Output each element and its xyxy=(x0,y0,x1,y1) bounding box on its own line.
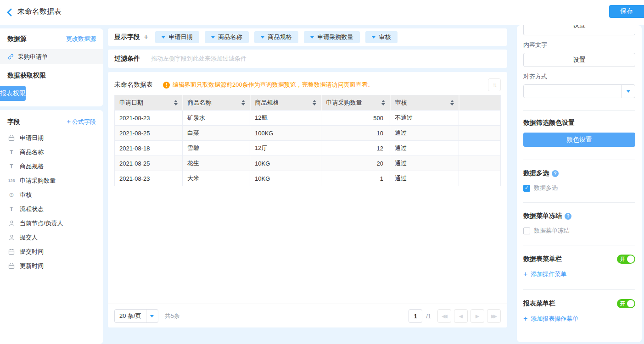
add-report-action-menu-link[interactable]: + 添加报表操作菜单 xyxy=(523,315,635,323)
calendar-icon xyxy=(7,263,16,269)
preview-table: 申请日期商品名称商品规格申请采购数量审核 2021-08-23矿泉水12瓶500… xyxy=(114,95,501,186)
color-setting-button[interactable]: 颜色设置 xyxy=(523,133,635,147)
filter-label: 过滤条件 xyxy=(114,55,140,63)
content-text-setting-button[interactable]: 设置 xyxy=(523,53,635,67)
table-cell: 10KG xyxy=(250,156,321,171)
next-page-button[interactable]: ▶ xyxy=(470,309,484,323)
first-page-button[interactable]: ◀◀ xyxy=(437,309,451,323)
column-header: 申请日期 xyxy=(115,95,183,111)
fields-panel: 字段 +公式字段 申请日期T商品名称T商品规格123申请采购数量⊙审核T流程状态… xyxy=(0,110,103,344)
fields-list: 申请日期T商品名称T商品规格123申请采购数量⊙审核T流程状态当前节点/负责人提… xyxy=(7,131,96,273)
preview-warning: ! 编辑界面只取数据源前200条作为查询数据预览，完整数据请访问页面查看。 xyxy=(163,81,374,89)
add-action-menu-link[interactable]: + 添加操作菜单 xyxy=(523,270,635,278)
table-menu-toggle[interactable]: 开 xyxy=(617,255,635,264)
sort-icon[interactable] xyxy=(174,100,178,105)
last-page-button[interactable]: ▶▶ xyxy=(487,309,501,323)
field-item[interactable]: 提交时间 xyxy=(7,244,96,259)
divider xyxy=(523,336,635,336)
report-permission-button[interactable]: 报表权限 xyxy=(0,86,26,101)
table-cell: 通过 xyxy=(390,141,459,156)
table-cell: 2021-08-23 xyxy=(115,171,183,186)
filter-bar[interactable]: 过滤条件 拖动左侧字段到此处来添加过滤条件 xyxy=(108,50,507,68)
data-table-card: 未命名数据表 ! 编辑界面只取数据源前200条作为查询数据预览，完整数据请访问页… xyxy=(108,72,507,327)
table-cell-empty xyxy=(459,111,501,126)
pagination-bar: 20 条/页 共5条 1 /1 ◀◀ ◀ ▶ ▶▶ xyxy=(108,304,507,323)
help-icon[interactable]: ? xyxy=(552,170,559,177)
table-cell: 通过 xyxy=(390,171,459,186)
filter-placeholder: 拖动左侧字段到此处来添加过滤条件 xyxy=(151,55,246,63)
save-button[interactable]: 保存 xyxy=(609,5,644,18)
plus-icon: + xyxy=(67,117,71,125)
table-cell: 大米 xyxy=(183,171,250,186)
table-cell: 雪碧 xyxy=(183,141,250,156)
page-count: /1 xyxy=(426,313,431,320)
display-field-chip[interactable]: 商品规格 xyxy=(254,31,298,43)
sort-icon[interactable] xyxy=(241,100,245,105)
divider xyxy=(523,110,635,111)
table-cell: 2021-08-25 xyxy=(115,126,183,141)
display-field-chip[interactable]: 审核 xyxy=(365,31,398,43)
sort-icon[interactable] xyxy=(313,100,316,105)
field-item[interactable]: ⊙审核 xyxy=(7,188,96,202)
multi-select-checkbox[interactable] xyxy=(523,185,530,192)
table-row[interactable]: 2021-08-23大米10KG1通过 xyxy=(115,171,501,186)
sort-icon[interactable] xyxy=(450,100,454,105)
align-select[interactable] xyxy=(523,84,635,98)
report-menu-section: 报表菜单栏 开 xyxy=(523,299,635,308)
table-cell-empty xyxy=(459,156,501,171)
warning-icon: ! xyxy=(163,82,170,89)
field-item[interactable]: 123申请采购数量 xyxy=(7,173,96,188)
add-display-field-icon[interactable]: + xyxy=(144,33,149,41)
table-cell-empty xyxy=(459,171,501,186)
datasource-panel: 数据源 更改数据源 采购申请单 数据获取权限 报表权限 xyxy=(0,28,103,106)
calendar-icon xyxy=(7,249,16,255)
divider xyxy=(523,160,635,160)
sort-toggle-button[interactable]: ↑↓ xyxy=(488,78,501,91)
datasource-name: 采购申请单 xyxy=(18,53,48,61)
page-title[interactable]: 未命名数据表 xyxy=(17,7,62,19)
field-item[interactable]: 申请日期 xyxy=(7,131,96,145)
display-field-chip[interactable]: 商品名称 xyxy=(205,31,249,43)
report-menu-toggle[interactable]: 开 xyxy=(617,299,635,308)
table-row[interactable]: 2021-08-23矿泉水12瓶500不通过 xyxy=(115,111,501,126)
help-icon[interactable]: ? xyxy=(565,213,571,220)
divider xyxy=(523,289,635,290)
add-formula-field-link[interactable]: +公式字段 xyxy=(67,117,96,126)
table-row[interactable]: 2021-08-18雪碧12厅12通过 xyxy=(115,141,501,156)
field-item[interactable]: T商品规格 xyxy=(7,159,96,173)
align-label: 对齐方式 xyxy=(523,72,635,81)
current-page-input[interactable]: 1 xyxy=(409,309,422,323)
chevron-down-icon xyxy=(211,36,215,39)
menu-freeze-checkbox[interactable] xyxy=(523,227,530,234)
chevron-down-icon xyxy=(372,36,375,39)
field-item[interactable]: T商品名称 xyxy=(7,145,96,159)
multi-select-checkbox-row[interactable]: 数据多选 xyxy=(523,184,635,192)
field-item[interactable]: 提交人 xyxy=(7,230,96,244)
display-field-chip[interactable]: 申请日期 xyxy=(155,31,199,43)
field-item[interactable]: T流程状态 xyxy=(7,202,96,216)
sort-icon[interactable] xyxy=(381,100,385,105)
datasource-item[interactable]: 采购申请单 xyxy=(0,49,103,64)
column-header-empty xyxy=(459,95,501,111)
display-field-chip[interactable]: 申请采购数量 xyxy=(304,31,360,43)
back-icon[interactable] xyxy=(5,7,15,17)
change-datasource-link[interactable]: 更改数据源 xyxy=(66,35,96,43)
number-icon: 123 xyxy=(7,178,16,183)
table-row[interactable]: 2021-08-25花生10KG20通过 xyxy=(115,156,501,171)
page-size-select[interactable]: 20 条/页 xyxy=(114,309,158,323)
align-select-value xyxy=(524,85,621,98)
header-text-setting-button[interactable]: 设置 xyxy=(523,25,635,35)
prev-page-button[interactable]: ◀ xyxy=(454,309,468,323)
chevron-down-icon xyxy=(310,36,314,39)
chevron-down-icon xyxy=(162,36,165,39)
table-cell: 12瓶 xyxy=(250,111,321,126)
permission-title: 数据获取权限 xyxy=(7,72,96,80)
table-cell: 10 xyxy=(321,126,390,141)
table-row[interactable]: 2021-08-25白菜100KG10通过 xyxy=(115,126,501,141)
table-cell: 2021-08-23 xyxy=(115,111,183,126)
menu-freeze-checkbox-row[interactable]: 数据菜单冻结 xyxy=(523,227,635,235)
field-item[interactable]: 当前节点/负责人 xyxy=(7,216,96,230)
table-cell: 1 xyxy=(321,171,390,186)
person-icon xyxy=(7,234,16,240)
field-item[interactable]: 更新时间 xyxy=(7,259,96,273)
